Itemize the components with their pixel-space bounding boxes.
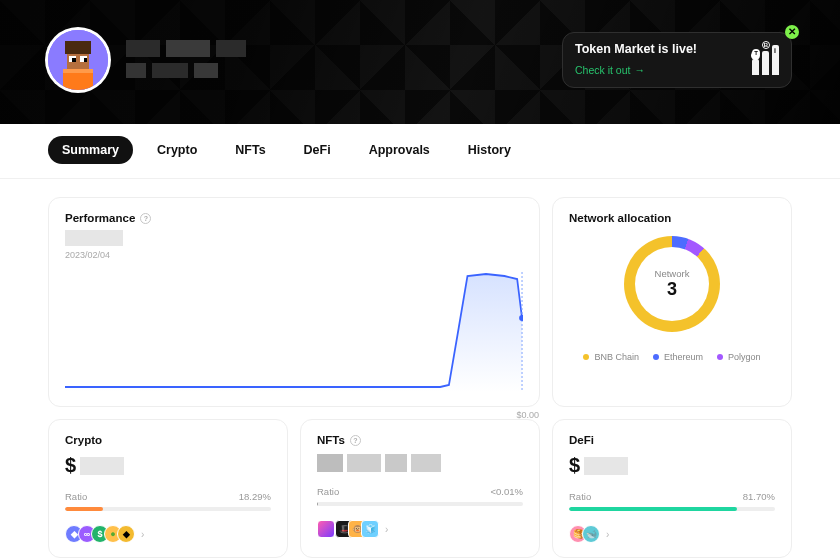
defi-value-redacted [584, 457, 628, 475]
svg-rect-5 [72, 58, 76, 62]
nfts-card[interactable]: NFTs ? Ratio<0.01% 🎩 🐵 🧊 › [300, 419, 540, 558]
nfts-ratio-bar [317, 502, 523, 506]
promo-cta-link[interactable]: Check it out → [575, 64, 645, 76]
legend-item: Polygon [717, 352, 761, 362]
performance-y-min: $0.00 [516, 410, 539, 420]
promo-title: Token Market is live! [575, 42, 697, 56]
performance-start-date: 2023/02/04 [65, 250, 523, 260]
crypto-value-redacted [80, 457, 124, 475]
defi-ratio-value: 81.70% [743, 491, 775, 502]
defi-ratio-bar [569, 507, 775, 511]
svg-rect-1 [65, 41, 91, 54]
tabs: Summary Crypto NFTs DeFi Approvals Histo… [0, 124, 840, 179]
svg-rect-6 [84, 58, 88, 62]
donut-center-label: Network [655, 268, 690, 279]
legend-item: BNB Chain [583, 352, 639, 362]
wallet-name-redacted [126, 40, 258, 80]
nfts-title: NFTs [317, 434, 345, 446]
chevron-right-icon: › [606, 529, 609, 540]
info-icon[interactable]: ? [140, 213, 151, 224]
legend-item: Ethereum [653, 352, 703, 362]
tab-summary[interactable]: Summary [48, 136, 133, 164]
arrow-right-icon: → [634, 64, 645, 76]
crypto-card[interactable]: Crypto $ Ratio18.29% ◆ ∞ $ ● ◆ › [48, 419, 288, 558]
chevron-right-icon: › [141, 529, 144, 540]
svg-rect-8 [63, 69, 93, 73]
tab-nfts[interactable]: NFTs [221, 136, 279, 164]
donut-center-value: 3 [667, 279, 677, 300]
chevron-right-icon: › [385, 524, 388, 535]
hero: Token Market is live! Check it out → T B… [0, 0, 840, 124]
crypto-token-icons[interactable]: ◆ ∞ $ ● ◆ › [65, 525, 271, 543]
info-icon[interactable]: ? [350, 435, 361, 446]
tab-approvals[interactable]: Approvals [355, 136, 444, 164]
performance-chart[interactable] [65, 264, 523, 392]
avatar[interactable] [48, 30, 108, 90]
crypto-ratio-bar [65, 507, 271, 511]
network-allocation-card: Network allocation Network 3 BNB Chain E… [552, 197, 792, 407]
defi-title: DeFi [569, 434, 775, 446]
nfts-value-redacted [317, 454, 523, 472]
crypto-title: Crypto [65, 434, 271, 446]
nfts-ratio-value: <0.01% [491, 486, 524, 497]
performance-title: Performance [65, 212, 135, 224]
defi-card[interactable]: DeFi $ Ratio81.70% 🥞 🐋 › [552, 419, 792, 558]
defi-protocol-icons[interactable]: 🥞 🐋 › [569, 525, 775, 543]
nft-thumbnail-icons[interactable]: 🎩 🐵 🧊 › [317, 520, 523, 538]
crypto-ratio-value: 18.29% [239, 491, 271, 502]
tab-history[interactable]: History [454, 136, 525, 164]
tab-defi[interactable]: DeFi [290, 136, 345, 164]
promo-banner: Token Market is live! Check it out → T B… [562, 32, 792, 88]
promo-bars-icon: T B i [752, 45, 779, 75]
network-allocation-title: Network allocation [569, 212, 775, 224]
network-donut-chart[interactable]: Network 3 [624, 236, 720, 332]
performance-card: Performance? 2023/02/04 $0.00 [48, 197, 540, 407]
tab-crypto[interactable]: Crypto [143, 136, 211, 164]
network-legend: BNB Chain Ethereum Polygon [569, 352, 775, 362]
promo-close-icon[interactable]: ✕ [785, 25, 799, 39]
performance-value-redacted [65, 230, 123, 246]
